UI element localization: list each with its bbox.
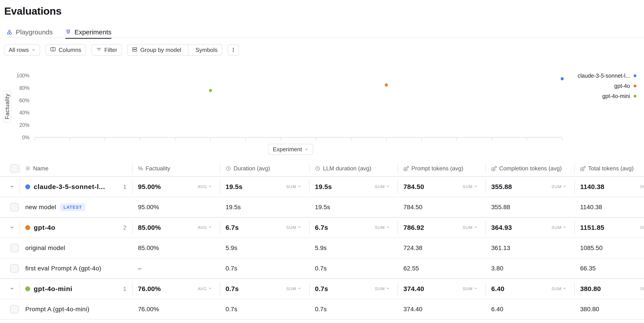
- table-row[interactable]: new modelLATEST95.00%19.5s19.5s784.50355…: [0, 197, 644, 217]
- cell-value: 76.00%: [138, 306, 159, 313]
- aggregation-dropdown[interactable]: SUM: [462, 225, 478, 230]
- aggregation-dropdown[interactable]: AVG: [198, 184, 212, 189]
- cell-value: 3.80: [491, 265, 504, 272]
- tab-playgrounds[interactable]: Playgrounds: [6, 26, 53, 38]
- value-cell-llm-duration-avg-: 19.5sSUM: [309, 177, 398, 197]
- value-cell-duration-avg-: 0.7s: [220, 258, 309, 278]
- aggregation-label: SUM: [286, 184, 296, 189]
- value-cell-prompt-tokens-avg-: 374.40: [398, 299, 486, 319]
- column-header-completion-tokens-avg-[interactable]: Completion tokens (avg): [486, 160, 574, 176]
- select-all-checkbox[interactable]: [10, 164, 19, 172]
- value-cell-factuality: 95.00%: [132, 197, 220, 217]
- cell-value: 95.00%: [138, 204, 159, 211]
- y-axis-metric-selector[interactable]: Factuality: [3, 90, 11, 123]
- name-cell: Prompt A (gpt-4o-mini): [20, 299, 132, 319]
- tab-experiments[interactable]: Experiments: [65, 26, 112, 38]
- aggregation-dropdown[interactable]: AVG: [198, 286, 212, 291]
- symbols-button[interactable]: Symbols: [191, 44, 222, 55]
- all-rows-dropdown[interactable]: All rows: [4, 44, 40, 56]
- aggregation-label: SUM: [462, 184, 472, 189]
- column-header-llm-duration-avg-[interactable]: LLM duration (avg): [309, 160, 398, 176]
- column-header-duration-avg-[interactable]: Duration (avg): [220, 160, 309, 176]
- chart-legend: claude-3-5-sonnet-l...gpt-4ogpt-4o-mini: [578, 72, 636, 100]
- column-header-name[interactable]: Name: [20, 160, 132, 176]
- cell-value: 0.7s: [226, 285, 239, 292]
- table-group-row[interactable]: gpt-4o-mini176.00%AVG0.7sSUM0.7sSUM374.4…: [0, 278, 644, 299]
- aggregation-dropdown[interactable]: SUM: [552, 225, 566, 230]
- data-point-gpt-4o-mini[interactable]: [209, 89, 212, 92]
- group-by-model-button[interactable]: Group by model: [128, 44, 186, 55]
- aggregation-dropdown[interactable]: SUM: [286, 286, 301, 291]
- aggregation-dropdown[interactable]: SUM: [640, 225, 644, 230]
- cell-value: 95.00%: [138, 183, 161, 190]
- value-cell-total-tokens-avg-: 1151.85SUM: [574, 218, 644, 238]
- legend-dot: [634, 84, 636, 88]
- column-header-total-tokens-avg-[interactable]: Total tokens (avg): [574, 160, 644, 176]
- clock-icon: [226, 166, 231, 171]
- x-axis-button-label: Experiment: [273, 146, 302, 153]
- more-options-button[interactable]: [228, 44, 239, 56]
- aggregation-dropdown[interactable]: SUM: [640, 286, 644, 291]
- chevron-down-icon: [298, 225, 301, 230]
- table-row[interactable]: first eval Prompt A (gpt-4o)–0.7s0.7s62.…: [0, 258, 644, 278]
- aggregation-label: SUM: [552, 225, 562, 230]
- cell-value: 1151.85: [580, 224, 604, 232]
- aggregation-dropdown[interactable]: SUM: [552, 184, 566, 189]
- table-group-row[interactable]: claude-3-5-sonnet-l...195.00%AVG19.5sSUM…: [0, 176, 644, 197]
- chevron-down-icon[interactable]: [9, 224, 15, 231]
- aggregation-dropdown[interactable]: AVG: [198, 225, 212, 230]
- value-cell-factuality: 85.00%AVG: [132, 218, 220, 238]
- cell-value: 724.38: [404, 244, 422, 252]
- row-checkbox[interactable]: [10, 244, 19, 252]
- aggregation-label: SUM: [640, 286, 644, 291]
- legend-item[interactable]: gpt-4o: [614, 83, 636, 89]
- chevron-down-icon[interactable]: [9, 184, 15, 190]
- row-select-cell: [0, 238, 20, 258]
- table-row[interactable]: original model85.00%5.9s5.9s724.38361.13…: [0, 238, 644, 258]
- chevron-down-icon: [208, 184, 212, 189]
- aggregation-dropdown[interactable]: SUM: [375, 184, 390, 189]
- column-header-prompt-tokens-avg-[interactable]: Prompt tokens (avg): [398, 160, 486, 176]
- table-row[interactable]: Prompt A (gpt-4o-mini)76.00%0.7s0.7s374.…: [0, 299, 644, 319]
- aggregation-dropdown[interactable]: SUM: [286, 225, 301, 230]
- columns-label: Columns: [58, 46, 82, 54]
- column-header-factuality[interactable]: %Factuality: [132, 160, 220, 176]
- select-all-cell: [0, 160, 20, 176]
- data-point-gpt-4o[interactable]: [385, 84, 388, 86]
- latest-badge: LATEST: [60, 203, 86, 211]
- aggregation-dropdown[interactable]: SUM: [375, 225, 390, 230]
- row-checkbox[interactable]: [10, 203, 19, 212]
- columns-button[interactable]: Columns: [46, 44, 86, 56]
- x-axis-tick: [175, 138, 176, 141]
- data-point-claude-3-5-sonnet-l[interactable]: [560, 77, 564, 80]
- column-header-label: LLM duration (avg): [323, 165, 371, 172]
- tab-bar: Playgrounds Experiments: [6, 26, 112, 38]
- row-checkbox[interactable]: [10, 264, 19, 273]
- chevron-down-icon: [474, 225, 478, 230]
- value-cell-factuality: –: [132, 258, 220, 278]
- cell-value: 6.40: [491, 306, 504, 313]
- legend-item[interactable]: gpt-4o-mini: [602, 93, 636, 100]
- x-axis-line: [34, 137, 562, 138]
- row-checkbox[interactable]: [10, 305, 19, 314]
- aggregation-dropdown[interactable]: SUM: [462, 286, 478, 291]
- aggregation-dropdown[interactable]: SUM: [462, 184, 478, 189]
- chevron-down-icon[interactable]: [9, 286, 15, 292]
- aggregation-dropdown[interactable]: SUM: [286, 184, 301, 189]
- legend-item[interactable]: claude-3-5-sonnet-l...: [578, 72, 636, 79]
- value-cell-duration-avg-: 19.5sSUM: [220, 177, 309, 197]
- value-cell-completion-tokens-avg-: 6.40: [486, 299, 574, 319]
- column-header-label: Factuality: [146, 165, 170, 172]
- experiments-table: Name%FactualityDuration (avg)LLM duratio…: [0, 160, 644, 320]
- table-group-row[interactable]: gpt-4o285.00%AVG6.7sSUM6.7sSUM786.92SUM3…: [0, 217, 644, 238]
- group-name: gpt-4o-mini: [34, 285, 72, 292]
- cell-value: 19.5s: [226, 183, 242, 190]
- aggregation-dropdown[interactable]: SUM: [375, 286, 390, 291]
- x-axis-dimension-selector[interactable]: Experiment: [268, 144, 313, 155]
- aggregation-label: SUM: [640, 225, 644, 230]
- aggregation-label: SUM: [286, 225, 296, 230]
- filter-button[interactable]: Filter: [91, 44, 122, 56]
- aggregation-dropdown[interactable]: SUM: [640, 184, 644, 189]
- aggregation-dropdown[interactable]: SUM: [552, 286, 566, 291]
- chevron-down-icon: [563, 184, 566, 189]
